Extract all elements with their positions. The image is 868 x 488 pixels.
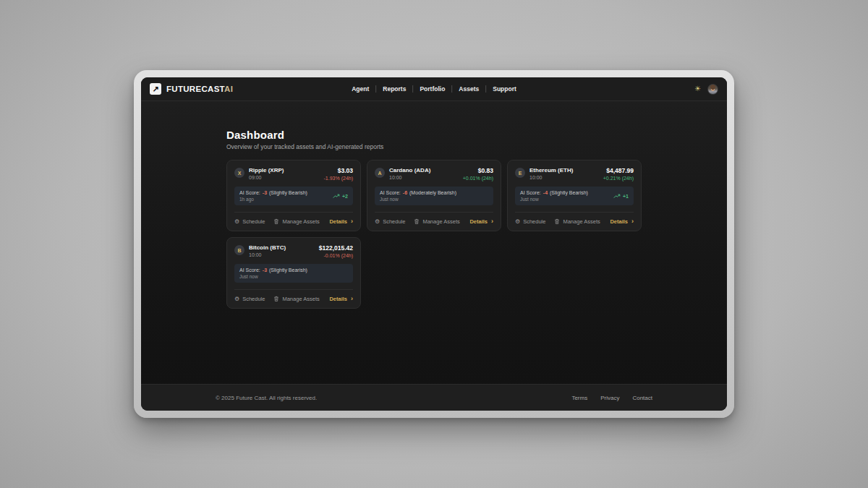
ai-sentiment: (Slightly Bearish) [269, 190, 307, 195]
schedule-button[interactable]: ⚙ Schedule [234, 218, 265, 225]
gear-icon: ⚙ [375, 219, 380, 225]
asset-name: Ripple (XRP) [249, 167, 284, 174]
ai-score-chip: AI Score: -6 (Moderately Bearish) Just n… [375, 187, 493, 205]
trend-badge: +2 [333, 194, 348, 199]
nav-item-portfolio[interactable]: Portfolio [420, 85, 445, 93]
asset-time: 10:00 [529, 175, 573, 180]
manage-assets-button[interactable]: Manage Assets [414, 218, 459, 225]
ai-updated-time: Just now [520, 197, 588, 202]
gear-icon: ⚙ [234, 296, 239, 302]
nav-separator [451, 85, 452, 93]
ai-sentiment: (Moderately Bearish) [409, 190, 456, 195]
page-subtitle: Overview of your tracked assets and AI-g… [226, 143, 642, 150]
details-button[interactable]: Details › [329, 218, 353, 225]
asset-time: 09:00 [249, 175, 284, 180]
asset-change: +0.21% (24h) [603, 176, 634, 181]
schedule-button[interactable]: ⚙ Schedule [515, 218, 545, 225]
details-button[interactable]: Details › [469, 218, 493, 225]
user-avatar[interactable] [707, 84, 718, 95]
ai-score-label: AI Score: [239, 267, 260, 273]
ai-score-label: AI Score: [239, 190, 260, 195]
card-actions: ⚙ Schedule Manage Assets Details › [375, 213, 493, 225]
asset-change: -0.01% (24h) [319, 253, 353, 258]
nav-separator [375, 85, 376, 93]
app-surface: ↗ FUTURECASTAI Agent Reports Portfolio A… [141, 77, 727, 411]
trash-icon [273, 296, 279, 302]
ai-updated-time: 1h ago [239, 197, 307, 202]
ai-score-label: AI Score: [380, 190, 401, 195]
asset-card-bitcoin: B Bitcoin (BTC) 10:00 $122,015.42 -0.01%… [226, 237, 361, 309]
nav-item-agent[interactable]: Agent [352, 85, 369, 93]
trash-icon [414, 218, 420, 225]
asset-initial-badge: A [375, 168, 385, 178]
manage-assets-button[interactable]: Manage Assets [554, 218, 600, 225]
ai-score-chip: AI Score: -3 (Slightly Bearish) Just now [234, 264, 353, 283]
nav-item-reports[interactable]: Reports [383, 85, 406, 93]
manage-assets-button[interactable]: Manage Assets [273, 296, 319, 302]
page-title: Dashboard [226, 129, 642, 141]
ai-score-chip: AI Score: -3 (Slightly Bearish) 1h ago +… [234, 187, 353, 205]
trend-badge: +1 [613, 194, 629, 199]
asset-name: Ethereum (ETH) [529, 167, 573, 174]
card-actions: ⚙ Schedule Manage Assets Details › [234, 290, 353, 302]
asset-initial-badge: B [234, 245, 244, 255]
chevron-right-icon: › [351, 218, 353, 225]
manage-assets-button[interactable]: Manage Assets [273, 218, 319, 225]
asset-card-ripple: X Ripple (XRP) 09:00 $3.03 -1.93% (24h) [226, 160, 361, 231]
trending-up-icon [613, 194, 621, 199]
brand-name-accent: AI [224, 85, 233, 93]
ai-score-label: AI Score: [520, 190, 541, 195]
brand-name: FUTURECASTAI [166, 85, 233, 93]
chevron-right-icon: › [631, 218, 634, 225]
asset-price: $3.03 [324, 167, 353, 174]
ai-updated-time: Just now [380, 197, 456, 202]
asset-change: -1.93% (24h) [324, 176, 353, 181]
asset-time: 10:00 [249, 252, 286, 257]
details-button[interactable]: Details › [329, 296, 353, 302]
ai-score-value: -3 [263, 267, 267, 273]
card-actions: ⚙ Schedule Manage Assets Details › [234, 213, 353, 225]
main-content: Dashboard Overview of your tracked asset… [141, 101, 727, 384]
asset-name: Cardano (ADA) [389, 167, 430, 174]
app-header: ↗ FUTURECASTAI Agent Reports Portfolio A… [141, 77, 727, 101]
nav-item-support[interactable]: Support [493, 85, 516, 93]
ai-score-value: -6 [403, 190, 407, 195]
brand-name-main: FUTURECAST [166, 85, 224, 93]
header-right: ☀ [694, 84, 718, 95]
footer-link-contact[interactable]: Contact [632, 395, 652, 401]
ai-sentiment: (Slightly Bearish) [269, 267, 307, 273]
asset-time: 10:00 [389, 175, 430, 180]
ai-score-value: -4 [543, 190, 548, 195]
trash-icon [273, 218, 279, 225]
app-footer: © 2025 Future Cast. All rights reserved.… [141, 384, 727, 411]
footer-link-privacy[interactable]: Privacy [600, 395, 619, 401]
gear-icon: ⚙ [515, 219, 520, 225]
nav-separator [485, 85, 486, 93]
copyright-text: © 2025 Future Cast. All rights reserved. [216, 395, 317, 401]
theme-toggle-sun-icon[interactable]: ☀ [694, 85, 701, 93]
nav-separator [412, 85, 413, 93]
asset-price: $4,487.99 [603, 167, 634, 174]
trend-delta: +2 [342, 194, 348, 199]
asset-card-cardano: A Cardano (ADA) 10:00 $0.83 +0.01% (24h) [367, 160, 501, 231]
details-button[interactable]: Details › [610, 218, 634, 225]
asset-price: $0.83 [463, 167, 493, 174]
schedule-button[interactable]: ⚙ Schedule [234, 296, 265, 302]
brand-logo-icon: ↗ [150, 83, 161, 95]
asset-initial-badge: X [234, 168, 244, 178]
footer-links: Terms Privacy Contact [571, 395, 652, 401]
chevron-right-icon: › [351, 296, 353, 302]
ai-score-chip: AI Score: -4 (Slightly Bearish) Just now… [515, 187, 634, 205]
footer-link-terms[interactable]: Terms [571, 395, 587, 401]
brand: ↗ FUTURECASTAI [150, 83, 233, 95]
ai-updated-time: Just now [239, 274, 307, 279]
nav-item-assets[interactable]: Assets [459, 85, 479, 93]
asset-change: +0.01% (24h) [463, 176, 493, 181]
arrow-up-right-icon: ↗ [152, 85, 158, 93]
schedule-button[interactable]: ⚙ Schedule [375, 218, 405, 225]
ai-sentiment: (Slightly Bearish) [550, 190, 588, 195]
trend-delta: +1 [623, 194, 629, 199]
gear-icon: ⚙ [234, 219, 239, 225]
trash-icon [554, 218, 560, 225]
app-window: ↗ FUTURECASTAI Agent Reports Portfolio A… [134, 70, 734, 418]
